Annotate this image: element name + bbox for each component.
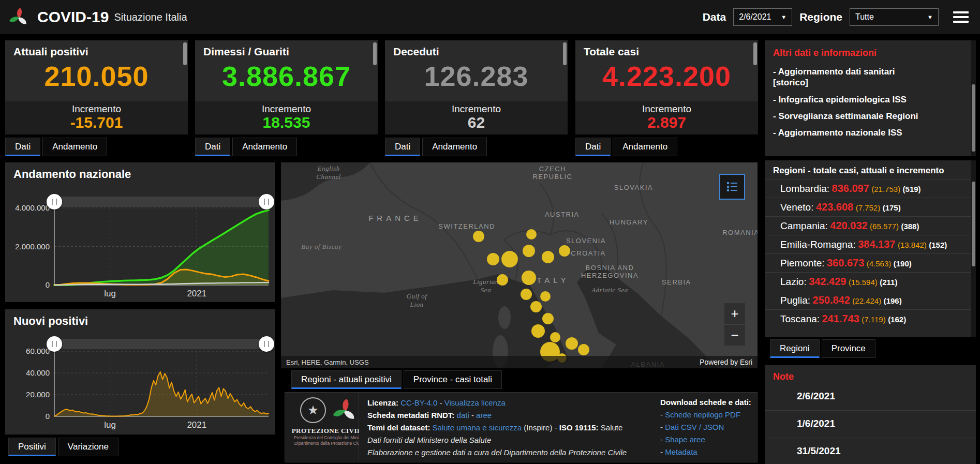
- tab-regioni-attuali-positivi[interactable]: Regioni - attuali positivi: [291, 370, 402, 389]
- altri-dati-link[interactable]: - Sorveglianza settimanale Regioni: [765, 105, 976, 122]
- map-data-bubble[interactable]: [530, 301, 542, 312]
- protezione-civile-subtitle: Presidenza del Consiglio dei Ministri Di…: [294, 435, 365, 446]
- slider-track[interactable]: [54, 197, 267, 207]
- scrollbar[interactable]: [563, 42, 567, 65]
- region-row[interactable]: Emilia-Romagna: 384.137 (13.842) (152): [765, 235, 976, 253]
- tab-andamento[interactable]: Andamento: [42, 138, 107, 156]
- tab-dati[interactable]: Dati: [575, 138, 611, 156]
- scrollbar[interactable]: [373, 42, 377, 65]
- slider-handle-left[interactable]: [47, 194, 62, 209]
- date-select[interactable]: 2/6/2021 ▼: [733, 8, 792, 26]
- regioni-province-tabs: Regioni Province: [770, 339, 875, 358]
- scrollbar[interactable]: [971, 40, 976, 156]
- region-row[interactable]: Piemonte: 360.673 (4.563) (190): [765, 253, 976, 272]
- tab-andamento[interactable]: Andamento: [613, 138, 677, 156]
- map-attribution: Esri, HERE, Garmin, USGS Powered by Esri: [281, 356, 758, 368]
- tab-province[interactable]: Province: [822, 339, 875, 358]
- footer-text: Scheda metadati RNDT:: [367, 411, 457, 420]
- time-range-slider[interactable]: [51, 195, 270, 208]
- region-total: 360.673: [827, 257, 864, 268]
- region-row[interactable]: Lombardia: 836.097 (21.753) (519): [765, 179, 976, 198]
- time-range-slider[interactable]: [51, 337, 270, 351]
- region-increment: (388): [901, 222, 919, 231]
- region-actual: (4.563): [867, 259, 892, 268]
- region-increment: (519): [903, 185, 921, 193]
- slider-handle-right[interactable]: [259, 194, 274, 209]
- footer-link[interactable]: CC-BY-4.0: [400, 398, 437, 407]
- nuovi-positivi-chart: 020.00040.00060.000lug2021: [5, 309, 275, 435]
- map-data-bubble[interactable]: [559, 245, 570, 257]
- altri-dati-link[interactable]: - Infografica epidemiologica ISS: [765, 88, 976, 105]
- tab-andamento[interactable]: Andamento: [422, 138, 487, 156]
- map-data-bubble[interactable]: [526, 229, 537, 240]
- map-data-bubble[interactable]: [487, 253, 499, 265]
- note-item[interactable]: 1/6/2021: [765, 411, 976, 438]
- note-item[interactable]: 2/6/2021: [765, 383, 976, 411]
- card-value: 126.283: [385, 60, 568, 92]
- download-link[interactable]: - Shape aree: [660, 433, 756, 446]
- map-data-bubble[interactable]: [566, 337, 578, 350]
- note-item[interactable]: 31/5/2021: [765, 438, 976, 464]
- slider-track[interactable]: [54, 339, 267, 349]
- tab-dati[interactable]: Dati: [5, 138, 40, 156]
- map-data-bubble[interactable]: [497, 274, 508, 286]
- map-data-bubble[interactable]: [550, 332, 560, 342]
- region-select[interactable]: Tutte ▼: [850, 8, 939, 26]
- tab-province-casi-totali[interactable]: Province - casi totali: [404, 370, 502, 389]
- region-increment: (196): [884, 296, 902, 305]
- region-row[interactable]: Campania: 420.032 (65.577) (388): [765, 216, 976, 235]
- increment-value: -15.701: [5, 115, 188, 130]
- nuovi-positivi-tabs: Positivi Variazione: [8, 438, 118, 456]
- increment-label: Incremento: [575, 101, 758, 115]
- footer-link[interactable]: dati: [457, 411, 469, 420]
- region-total: 384.137: [858, 238, 895, 250]
- map-data-bubble[interactable]: [542, 313, 554, 324]
- attribution-text: Esri, HERE, Garmin, USGS: [286, 358, 369, 366]
- italy-emblem-icon: ★: [300, 397, 326, 423]
- zoom-in-button[interactable]: +: [724, 303, 745, 324]
- slider-handle-left[interactable]: [47, 336, 62, 352]
- tab-variazione[interactable]: Variazione: [58, 438, 118, 456]
- map-basemap: [281, 162, 758, 368]
- tab-regioni[interactable]: Regioni: [770, 339, 820, 358]
- map-data-bubble[interactable]: [523, 245, 535, 257]
- tab-positivi[interactable]: Positivi: [8, 438, 56, 456]
- map-data-bubble[interactable]: [578, 344, 589, 355]
- map-data-bubble[interactable]: [531, 324, 545, 338]
- altri-dati-link[interactable]: - Aggiornamento nazionale ISS: [765, 122, 976, 138]
- map-data-bubble[interactable]: [473, 231, 484, 242]
- footer-link[interactable]: Salute umana e sicurezza: [433, 423, 522, 432]
- footer-text: (Inspire) -: [522, 423, 559, 432]
- map-data-bubble[interactable]: [542, 251, 554, 263]
- download-link[interactable]: - Dati CSV / JSON: [660, 421, 756, 433]
- region-name: Emilia-Romagna:: [780, 239, 856, 250]
- region-row[interactable]: Puglia: 250.842 (22.424) (196): [765, 291, 976, 309]
- map-data-bubble[interactable]: [540, 291, 551, 302]
- map-data-bubble[interactable]: [522, 271, 536, 285]
- region-row[interactable]: Lazio: 342.429 (15.594) (211): [765, 272, 976, 291]
- slider-handle-right[interactable]: [259, 336, 274, 352]
- footer-link[interactable]: Visualizza licenza: [444, 398, 506, 407]
- tab-andamento[interactable]: Andamento: [232, 138, 297, 156]
- footer-link[interactable]: aree: [476, 411, 492, 420]
- menu-icon[interactable]: [953, 11, 969, 23]
- map-data-bubble[interactable]: [501, 251, 518, 267]
- scrollbar[interactable]: [753, 42, 757, 65]
- download-link[interactable]: - Metadata: [660, 446, 756, 458]
- map-data-bubble[interactable]: [521, 289, 532, 300]
- download-link[interactable]: - Schede riepilogo PDF: [660, 409, 756, 421]
- scrollbar[interactable]: [971, 160, 976, 337]
- stat-card: Deceduti 126.283 Incremento 62: [385, 40, 568, 134]
- altri-dati-link[interactable]: - Aggiornamento dati sanitari [storico]: [765, 61, 976, 88]
- region-row[interactable]: Toscana: 241.743 (7.119) (162): [765, 309, 976, 328]
- zoom-out-button[interactable]: −: [724, 325, 745, 346]
- tab-dati[interactable]: Dati: [385, 138, 420, 156]
- italy-map[interactable]: English ChannelCZECH REPUBLICSLOVAKIAFRA…: [281, 162, 758, 368]
- region-name: Piemonte:: [780, 258, 825, 268]
- increment-value: 18.535: [195, 115, 378, 130]
- tab-dati[interactable]: Dati: [195, 138, 230, 156]
- region-row[interactable]: Veneto: 423.608 (7.752) (175): [765, 198, 976, 216]
- scrollbar[interactable]: [183, 42, 187, 65]
- increment-label: Incremento: [5, 101, 188, 115]
- legend-icon[interactable]: [719, 174, 745, 200]
